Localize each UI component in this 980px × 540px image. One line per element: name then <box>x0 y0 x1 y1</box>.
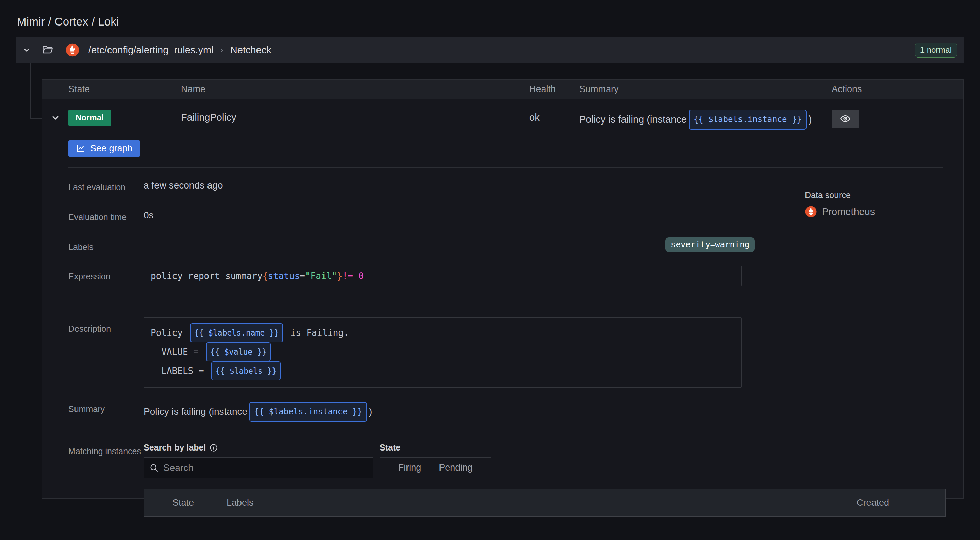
labels-row: Labels severity=warning <box>68 240 963 254</box>
tree-guide-vertical <box>30 63 30 119</box>
header-state: State <box>68 84 181 95</box>
search-icon <box>150 463 159 473</box>
chevron-down-icon <box>51 113 60 123</box>
header-health: Health <box>529 84 579 95</box>
search-by-label: Search by label <box>143 443 374 452</box>
rule-file-path: /etc/config/alerting_rules.yml <box>88 45 214 56</box>
description-line: VALUE = {{ $value }} <box>151 342 734 362</box>
view-rule-button[interactable] <box>832 110 859 128</box>
page-title: Mimir / Cortex / Loki <box>17 15 119 28</box>
rules-table-header: State Name Health Summary Actions <box>42 80 963 99</box>
info-icon[interactable] <box>209 443 218 452</box>
expression-token: != 0 <box>342 271 364 281</box>
section-divider <box>68 167 943 168</box>
template-chip: {{ $labels }} <box>211 362 281 381</box>
tree-guide-horizontal <box>30 118 42 119</box>
rule-group-bar[interactable]: /etc/config/alerting_rules.yml › Netchec… <box>16 37 964 63</box>
description-line: Policy {{ $labels.name }} is Failing. <box>151 323 734 342</box>
rule-row: Normal FailingPolicy ok Policy is failin… <box>42 99 963 130</box>
breadcrumb-separator: › <box>220 45 223 56</box>
description-line: LABELS = {{ $labels }} <box>151 362 734 381</box>
rule-name: FailingPolicy <box>181 110 529 126</box>
expression-value: policy_report_summary{status="Fail"} != … <box>143 266 741 286</box>
description-row: Description Policy {{ $labels.name }} is… <box>68 317 963 387</box>
eye-icon <box>840 113 851 124</box>
rule-detail-section: See graph Last evaluation a few seconds … <box>42 130 963 516</box>
header-name: Name <box>181 84 529 95</box>
search-input[interactable] <box>163 462 368 473</box>
instances-table-header: State Labels Created <box>143 489 946 516</box>
matching-instances-label: Matching instances <box>68 443 143 458</box>
datasource-value: Prometheus <box>822 206 875 217</box>
summary-value: Policy is failing (instance {{ $labels.i… <box>143 402 372 422</box>
pending-filter-button[interactable]: Pending <box>430 458 481 478</box>
folder-icon <box>41 44 54 56</box>
expression-token: { <box>262 271 268 281</box>
template-chip: {{ $labels.name }} <box>190 323 283 342</box>
datasource-block: Data source Prometheus <box>805 190 961 218</box>
expression-row: Expression policy_report_summary{status=… <box>68 266 963 286</box>
chevron-down-icon <box>22 46 31 54</box>
header-actions: Actions <box>832 84 963 95</box>
summary-row: Summary Policy is failing (instance {{ $… <box>68 402 963 422</box>
state-filter-group: Firing Pending <box>380 457 491 478</box>
label-pill: severity=warning <box>665 237 755 252</box>
instances-header-created: Created <box>856 497 889 508</box>
template-chip: {{ $labels.instance }} <box>249 402 367 422</box>
expression-token: status <box>268 271 300 281</box>
last-evaluation-value: a few seconds ago <box>143 180 223 191</box>
see-graph-button[interactable]: See graph <box>68 140 140 156</box>
rule-state-badge: Normal <box>68 110 111 126</box>
rules-panel: State Name Health Summary Actions Normal… <box>42 79 964 499</box>
template-chip: {{ $labels.instance }} <box>689 110 807 130</box>
expand-rule-button[interactable] <box>42 110 68 123</box>
expression-token: } <box>337 271 342 281</box>
description-value: Policy {{ $labels.name }} is Failing. VA… <box>143 317 741 387</box>
expression-token: policy_report_summary <box>151 271 262 281</box>
instances-header-labels: Labels <box>226 497 254 508</box>
rule-health: ok <box>529 110 579 126</box>
group-status-badge: 1 normal <box>915 43 957 57</box>
expression-token: = <box>300 271 305 281</box>
state-filter-label: State <box>380 443 491 452</box>
prometheus-icon <box>65 43 80 57</box>
rule-summary: Policy is failing (instance {{ $labels.i… <box>579 110 832 130</box>
prometheus-icon <box>805 205 817 218</box>
firing-filter-button[interactable]: Firing <box>390 458 430 478</box>
graph-icon <box>76 143 85 153</box>
evaluation-time-value: 0s <box>143 210 154 221</box>
matching-instances-row: Matching instances Search by label <box>68 443 963 516</box>
header-summary: Summary <box>579 84 832 95</box>
template-chip: {{ $value }} <box>206 342 271 362</box>
search-field[interactable] <box>143 457 374 478</box>
datasource-label: Data source <box>805 190 961 200</box>
expression-token: "Fail" <box>305 271 337 281</box>
instances-header-state: State <box>172 497 194 508</box>
collapse-group-button[interactable] <box>16 37 37 63</box>
rule-group-name: Netcheck <box>230 45 272 56</box>
